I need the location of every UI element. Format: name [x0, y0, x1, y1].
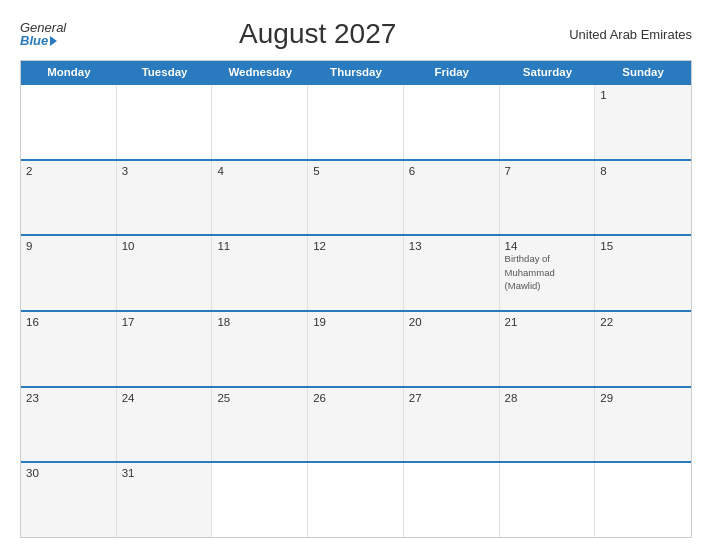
logo-triangle-icon [50, 36, 57, 46]
calendar-cell-w3-d3: 11 [212, 236, 308, 310]
calendar-cell-w4-d2: 17 [117, 312, 213, 386]
calendar-cell-w5-d7: 29 [595, 388, 691, 462]
month-title: August 2027 [66, 18, 569, 50]
calendar-week-2: 2345678 [21, 159, 691, 235]
day-number: 29 [600, 392, 686, 404]
day-number: 15 [600, 240, 686, 252]
calendar-cell-w2-d1: 2 [21, 161, 117, 235]
day-number: 3 [122, 165, 207, 177]
logo-blue-text: Blue [20, 34, 57, 47]
day-number: 11 [217, 240, 302, 252]
day-number: 17 [122, 316, 207, 328]
header-tuesday: Tuesday [117, 61, 213, 83]
calendar-cell-w1-d1 [21, 85, 117, 159]
day-number: 24 [122, 392, 207, 404]
calendar-cell-w6-d2: 31 [117, 463, 213, 537]
calendar-cell-w6-d7 [595, 463, 691, 537]
day-number: 25 [217, 392, 302, 404]
calendar-cell-w2-d3: 4 [212, 161, 308, 235]
calendar-cell-w6-d6 [500, 463, 596, 537]
calendar-weekday-header: Monday Tuesday Wednesday Thursday Friday… [21, 61, 691, 83]
day-number: 27 [409, 392, 494, 404]
calendar-cell-w4-d5: 20 [404, 312, 500, 386]
day-number: 26 [313, 392, 398, 404]
calendar-cell-w2-d7: 8 [595, 161, 691, 235]
calendar-week-4: 16171819202122 [21, 310, 691, 386]
calendar-cell-w6-d1: 30 [21, 463, 117, 537]
calendar-week-5: 23242526272829 [21, 386, 691, 462]
calendar-cell-w6-d5 [404, 463, 500, 537]
day-number: 31 [122, 467, 207, 479]
calendar-cell-w5-d5: 27 [404, 388, 500, 462]
calendar-cell-w3-d7: 15 [595, 236, 691, 310]
day-number: 28 [505, 392, 590, 404]
calendar-cell-w1-d4 [308, 85, 404, 159]
calendar-cell-w4-d3: 18 [212, 312, 308, 386]
calendar-cell-w1-d5 [404, 85, 500, 159]
calendar-body: 1234567891011121314Birthday of Muhammad … [21, 83, 691, 537]
calendar-header: General Blue August 2027 United Arab Emi… [20, 18, 692, 50]
day-number: 14 [505, 240, 590, 252]
day-number: 20 [409, 316, 494, 328]
calendar-page: General Blue August 2027 United Arab Emi… [0, 0, 712, 550]
day-number: 30 [26, 467, 111, 479]
day-number: 19 [313, 316, 398, 328]
header-wednesday: Wednesday [212, 61, 308, 83]
calendar-cell-w1-d3 [212, 85, 308, 159]
calendar-cell-w2-d4: 5 [308, 161, 404, 235]
day-number: 21 [505, 316, 590, 328]
day-number: 16 [26, 316, 111, 328]
calendar-week-3: 91011121314Birthday of Muhammad (Mawlid)… [21, 234, 691, 310]
calendar-cell-w1-d6 [500, 85, 596, 159]
calendar-cell-w6-d4 [308, 463, 404, 537]
header-sunday: Sunday [595, 61, 691, 83]
day-number: 8 [600, 165, 686, 177]
calendar-grid: Monday Tuesday Wednesday Thursday Friday… [20, 60, 692, 538]
logo: General Blue [20, 21, 66, 47]
day-number: 5 [313, 165, 398, 177]
calendar-week-1: 1 [21, 83, 691, 159]
calendar-cell-w4-d4: 19 [308, 312, 404, 386]
calendar-cell-w1-d2 [117, 85, 213, 159]
calendar-cell-w3-d4: 12 [308, 236, 404, 310]
calendar-cell-w6-d3 [212, 463, 308, 537]
calendar-cell-w2-d2: 3 [117, 161, 213, 235]
calendar-cell-w5-d1: 23 [21, 388, 117, 462]
calendar-cell-w4-d1: 16 [21, 312, 117, 386]
calendar-week-6: 3031 [21, 461, 691, 537]
country-label: United Arab Emirates [569, 27, 692, 42]
calendar-cell-w5-d6: 28 [500, 388, 596, 462]
header-thursday: Thursday [308, 61, 404, 83]
day-number: 9 [26, 240, 111, 252]
calendar-cell-w3-d5: 13 [404, 236, 500, 310]
day-number: 6 [409, 165, 494, 177]
day-number: 2 [26, 165, 111, 177]
calendar-cell-w3-d2: 10 [117, 236, 213, 310]
header-saturday: Saturday [500, 61, 596, 83]
day-number: 18 [217, 316, 302, 328]
calendar-cell-w3-d6: 14Birthday of Muhammad (Mawlid) [500, 236, 596, 310]
calendar-cell-w4-d7: 22 [595, 312, 691, 386]
calendar-cell-w5-d2: 24 [117, 388, 213, 462]
calendar-cell-w2-d5: 6 [404, 161, 500, 235]
calendar-cell-w3-d1: 9 [21, 236, 117, 310]
day-number: 23 [26, 392, 111, 404]
event-label: Birthday of Muhammad (Mawlid) [505, 253, 555, 291]
day-number: 4 [217, 165, 302, 177]
day-number: 1 [600, 89, 686, 101]
day-number: 10 [122, 240, 207, 252]
calendar-cell-w5-d4: 26 [308, 388, 404, 462]
day-number: 7 [505, 165, 590, 177]
calendar-cell-w5-d3: 25 [212, 388, 308, 462]
day-number: 22 [600, 316, 686, 328]
day-number: 13 [409, 240, 494, 252]
calendar-cell-w2-d6: 7 [500, 161, 596, 235]
header-friday: Friday [404, 61, 500, 83]
calendar-cell-w4-d6: 21 [500, 312, 596, 386]
header-monday: Monday [21, 61, 117, 83]
calendar-cell-w1-d7: 1 [595, 85, 691, 159]
day-number: 12 [313, 240, 398, 252]
